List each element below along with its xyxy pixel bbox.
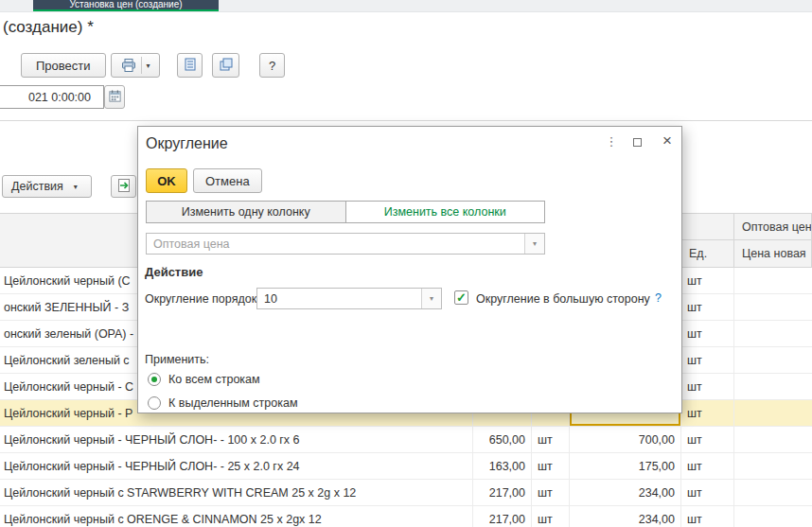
action-section-label: Действие	[145, 265, 203, 279]
related-documents-button[interactable]	[212, 53, 239, 78]
ok-button[interactable]: OK	[146, 168, 187, 193]
column-mode-switch: Изменить одну колонку Изменить все колон…	[146, 201, 545, 223]
cell-filler	[734, 347, 812, 374]
chevron-down-icon: ▾	[69, 183, 82, 191]
tab-change-all-columns[interactable]: Изменить все колонки	[346, 202, 545, 222]
cell-filler	[734, 480, 812, 506]
fill-icon	[116, 178, 132, 196]
radio-all-rows-label: Ко всем строкам	[168, 373, 260, 386]
cell-new-price: 175,00	[570, 453, 681, 480]
header-new-price[interactable]: Цена новая	[734, 240, 812, 268]
cell-unit1: шт	[532, 453, 570, 480]
cell-name: Цейлонский черный - ЧЕРНЫЙ СЛОН- - 25 x …	[0, 453, 473, 480]
cell-unit2: шт	[681, 294, 734, 321]
cancel-button[interactable]: Отмена	[193, 168, 262, 193]
radio-all-rows[interactable]: Ко всем строкам	[148, 373, 260, 386]
table-row[interactable]: Цейлонский черный с STARWBERRY WITH CREA…	[0, 480, 812, 506]
active-tab-underline	[33, 9, 219, 11]
close-icon[interactable]: ×	[659, 132, 676, 150]
cell-filler	[734, 321, 812, 347]
tab-change-one-column[interactable]: Изменить одну колонку	[147, 202, 346, 222]
cell-unit2: шт	[681, 268, 734, 294]
help-link[interactable]: ?	[655, 291, 662, 305]
round-up-label: Округление в большую сторону	[476, 292, 650, 306]
rounding-order-value: 10	[257, 289, 421, 308]
separator-line	[0, 120, 812, 121]
page-title: (создание) *	[3, 18, 94, 37]
radio-selected-rows[interactable]: К выделенным строкам	[148, 396, 297, 410]
rounding-dialog: Округление ⋮ × OK Отмена Изменить одну к…	[137, 126, 682, 413]
rounding-order-select[interactable]: 10 ▾	[256, 288, 442, 309]
cell-name: Цейлонский черный с ORENGE & CINNAMON 25…	[0, 506, 473, 527]
maximize-icon[interactable]	[633, 138, 642, 147]
document-list-icon	[183, 57, 198, 75]
cell-unit2: шт	[681, 480, 734, 506]
cell-unit2: шт	[681, 453, 734, 480]
cell-filler	[734, 400, 812, 427]
header-unit[interactable]: Ед.	[681, 240, 734, 268]
table-row[interactable]: Цейлонский черный - ЧЕРНЫЙ СЛОН- - 25 x …	[0, 453, 812, 480]
printer-icon	[116, 58, 141, 73]
cell-price: 217,00	[473, 506, 532, 527]
column-select[interactable]: Оптовая цена ▾	[146, 233, 545, 255]
round-up-checkbox[interactable]: ✓	[454, 290, 468, 305]
post-button[interactable]: Провести	[21, 53, 106, 78]
rounding-order-label: Округление порядок:	[145, 292, 260, 306]
cell-filler	[734, 506, 812, 527]
table-row[interactable]: Цейлонский черный с ORENGE & CINNAMON 25…	[0, 506, 812, 527]
table-row[interactable]: Цейлонский черный - ЧЕРНЫЙ СЛОН- - 100 x…	[0, 427, 812, 453]
dialog-title: Округление	[146, 135, 228, 152]
cell-unit2: шт	[681, 400, 734, 427]
cell-unit1: шт	[532, 480, 570, 506]
cell-new-price: 700,00	[570, 427, 681, 453]
date-value: 021 0:00:00	[28, 91, 91, 104]
calendar-icon	[108, 89, 122, 106]
cell-unit1: шт	[532, 506, 570, 527]
cell-unit2: шт	[681, 427, 734, 453]
radio-unselected-icon	[148, 396, 161, 410]
cell-name: Цейлонский черный - ЧЕРНЫЙ СЛОН- - 100 x…	[0, 427, 473, 453]
cell-unit2: шт	[681, 321, 734, 347]
radio-selected-rows-label: К выделенным строкам	[168, 396, 297, 410]
cell-unit2: шт	[681, 347, 734, 374]
cell-name: Цейлонский черный с STARWBERRY WITH CREA…	[0, 480, 473, 506]
cell-new-price: 234,00	[570, 506, 681, 527]
cell-filler	[734, 268, 812, 294]
help-button[interactable]: ?	[259, 53, 285, 78]
document-structure-button[interactable]	[177, 53, 203, 78]
tab-label: Установка цен (создание)	[69, 0, 182, 9]
kebab-menu-icon[interactable]: ⋮	[604, 134, 619, 149]
cell-new-price: 234,00	[570, 480, 681, 506]
cell-price: 650,00	[473, 427, 532, 453]
radio-selected-icon	[148, 373, 161, 386]
actions-button[interactable]: Действия ▾	[2, 175, 92, 198]
cell-filler	[734, 453, 812, 480]
print-split-button[interactable]: ▾	[111, 53, 160, 78]
cell-filler	[734, 427, 812, 453]
actions-label: Действия	[11, 180, 63, 193]
header-group-wholesale[interactable]: Оптовая цен	[734, 213, 812, 240]
checkmark-icon: ✓	[456, 291, 467, 304]
cell-unit1: шт	[532, 427, 570, 453]
cell-filler	[734, 374, 812, 400]
cell-price: 217,00	[473, 480, 532, 506]
apply-section-label: Применить:	[145, 353, 209, 366]
calendar-button[interactable]	[104, 85, 125, 109]
chevron-down-icon[interactable]: ▾	[142, 61, 155, 70]
tab-price-setting[interactable]: Установка цен (создание)	[33, 0, 219, 11]
column-select-placeholder: Оптовая цена	[147, 234, 524, 254]
chevron-down-icon[interactable]: ▾	[524, 234, 544, 254]
date-input[interactable]: 021 0:00:00	[0, 85, 104, 109]
tab-bar: Установка цен (создание)	[0, 0, 812, 12]
cell-unit2: шт	[681, 374, 734, 400]
cell-price: 163,00	[473, 453, 532, 480]
fill-button[interactable]	[111, 175, 136, 198]
cell-unit2: шт	[681, 506, 734, 527]
related-documents-icon	[219, 57, 234, 75]
chevron-down-icon[interactable]: ▾	[421, 289, 441, 308]
cell-filler	[734, 294, 812, 321]
